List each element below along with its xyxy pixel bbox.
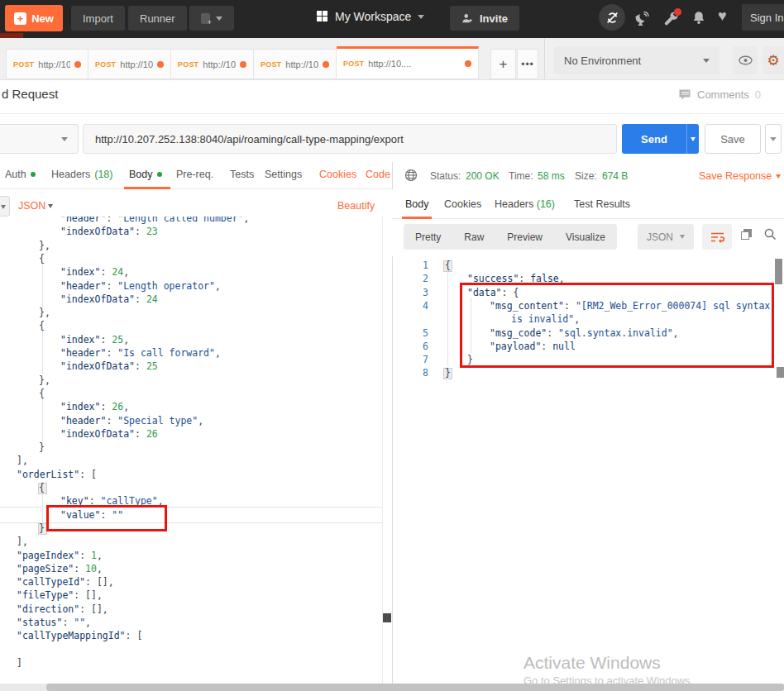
unsaved-dot: [157, 61, 164, 68]
code-line: }: [39, 441, 45, 455]
save-response-button[interactable]: Save Response: [699, 170, 772, 182]
request-tab[interactable]: POSThttp://10....: [88, 49, 171, 79]
copy-icon: [741, 229, 752, 240]
green-dot: [31, 172, 36, 177]
line-number: 2: [410, 272, 428, 285]
code-line: "pageIndex": 1,: [17, 549, 103, 563]
unsaved-dot: [74, 61, 81, 68]
eye-icon: [739, 55, 753, 65]
unsaved-dot: [323, 61, 329, 68]
comments-count: 0: [755, 88, 761, 101]
request-tab[interactable]: POSThttp://10....: [171, 49, 254, 79]
sign-in-button[interactable]: Sign In: [742, 4, 784, 31]
request-tab[interactable]: POSThttp://10....: [6, 49, 88, 79]
invite-button[interactable]: Invite: [450, 6, 519, 31]
wrap-lines-icon: [710, 231, 724, 243]
response-view-toolbar: PrettyRawPreviewVisualize JSON: [392, 219, 784, 256]
comments-button[interactable]: Comments 0: [678, 88, 761, 101]
chevron-down-icon: [770, 137, 777, 141]
code-line: },: [39, 239, 50, 253]
response-scrollbar-handle[interactable]: [777, 367, 784, 378]
tab-body[interactable]: Body: [129, 169, 162, 180]
search-icon: [763, 227, 777, 241]
url-input[interactable]: http://10.207.252.138:8040/api/roaming/c…: [83, 124, 617, 154]
brace-match-highlight: [443, 368, 452, 379]
import-button[interactable]: Import: [71, 6, 125, 31]
setup-button[interactable]: [663, 11, 680, 31]
code-line: },: [39, 306, 50, 320]
code-line: ]: [17, 656, 22, 670]
response-tab-headers[interactable]: Headers (16): [495, 198, 555, 210]
code-line: "callTypeId": [],: [17, 575, 114, 589]
comment-icon: [678, 88, 691, 101]
code-line: },: [39, 374, 50, 388]
response-tab-body[interactable]: Body: [405, 198, 429, 210]
format-selector[interactable]: JSON: [18, 200, 45, 212]
heart-icon[interactable]: ♥: [718, 7, 727, 25]
view-preview[interactable]: Preview: [495, 231, 554, 243]
chevron-down-icon[interactable]: [48, 204, 53, 208]
view-raw[interactable]: Raw: [452, 231, 495, 243]
response-tab-cookies[interactable]: Cookies: [444, 198, 481, 210]
response-tab-test-results[interactable]: Test Results: [574, 198, 630, 210]
new-window-button[interactable]: +: [189, 6, 234, 31]
view-pretty[interactable]: Pretty: [404, 231, 452, 243]
new-tab-button[interactable]: +: [490, 49, 516, 79]
beautify-link[interactable]: Beautify: [337, 200, 375, 212]
response-format-selector[interactable]: JSON: [638, 224, 694, 250]
runner-button[interactable]: Runner: [128, 6, 187, 31]
gear-icon: ⚙: [767, 52, 779, 69]
left-scrollbar-handle[interactable]: [383, 613, 391, 622]
environment-quick-look-button[interactable]: [733, 46, 758, 74]
settings-button[interactable]: ⚙: [762, 46, 784, 74]
save-options-button[interactable]: [765, 124, 782, 154]
invite-person-icon: [461, 12, 474, 24]
indent-guide: [42, 398, 43, 442]
satellite-button[interactable]: [633, 11, 650, 31]
divider: [0, 113, 784, 114]
new-button-label: New: [31, 12, 54, 25]
response-meta: Status: 200 OK Time: 58 ms Size: 674 B S…: [392, 162, 784, 189]
code-line: "index": 24,: [60, 265, 129, 279]
notification-dot: [674, 8, 681, 16]
cookies-link[interactable]: Cookies: [319, 169, 356, 180]
time-label: Time:: [509, 170, 533, 182]
request-tab[interactable]: POSThttp://10....: [337, 46, 479, 79]
search-button[interactable]: [763, 227, 777, 244]
workspace-switcher[interactable]: My Workspace: [317, 10, 424, 23]
notifications-button[interactable]: [691, 10, 706, 29]
sync-off-button[interactable]: [599, 4, 625, 31]
code-line: "indexOfData": 24: [60, 293, 158, 307]
tab-auth[interactable]: Auth: [5, 169, 36, 180]
chevron-down-icon: [691, 137, 696, 141]
size-label: Size:: [575, 170, 597, 182]
method-selector[interactable]: [0, 124, 79, 154]
tab-settings[interactable]: Settings: [265, 169, 302, 180]
wrap-lines-button[interactable]: [702, 224, 732, 250]
save-button[interactable]: Save: [705, 124, 761, 154]
request-tabs: Auth Headers(18) Body Pre-req. Tests Set…: [0, 162, 392, 189]
network-icon: [404, 169, 418, 182]
code-line: "direction": [],: [17, 603, 108, 617]
brace-match-highlight: [38, 483, 47, 494]
response-scrollbar-handle[interactable]: [775, 259, 782, 284]
new-button[interactable]: + New: [5, 5, 63, 31]
tab-pre-request[interactable]: Pre-req.: [176, 169, 213, 180]
chevron-down-icon[interactable]: [776, 174, 781, 179]
copy-button[interactable]: [741, 228, 752, 243]
request-tab[interactable]: POSThttp://10....: [254, 49, 337, 79]
body-type-selector[interactable]: [0, 196, 10, 217]
view-visualize[interactable]: Visualize: [554, 231, 617, 243]
send-button[interactable]: Send: [622, 124, 686, 154]
tab-tests[interactable]: Tests: [230, 169, 254, 180]
workspace-label: My Workspace: [335, 10, 411, 23]
code-line: "fileType": [],: [17, 589, 103, 603]
code-link[interactable]: Code: [366, 169, 390, 180]
satellite-icon: [633, 11, 650, 27]
send-options-button[interactable]: [686, 124, 699, 154]
tab-headers[interactable]: Headers(18): [51, 169, 112, 180]
code-line: ],: [17, 454, 28, 468]
tab-options-button[interactable]: •••: [517, 49, 538, 79]
annotation-box-error-response: [460, 283, 774, 368]
environment-selector[interactable]: No Environment: [554, 46, 719, 74]
